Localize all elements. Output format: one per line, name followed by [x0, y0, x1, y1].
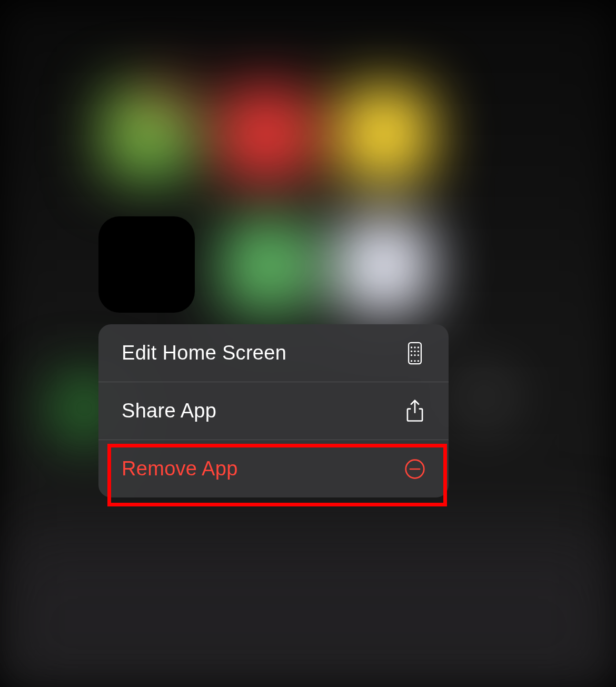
menu-item-label: Remove App: [122, 457, 238, 480]
menu-item-label: Edit Home Screen: [122, 342, 286, 364]
svg-point-8: [414, 354, 415, 356]
svg-point-10: [411, 360, 412, 362]
minus-circle-icon: [404, 459, 425, 480]
svg-point-6: [418, 350, 419, 352]
svg-point-9: [418, 354, 419, 356]
svg-point-5: [414, 350, 415, 352]
svg-point-2: [414, 346, 415, 348]
svg-point-12: [418, 360, 419, 362]
edit-home-screen-item[interactable]: Edit Home Screen: [98, 324, 449, 382]
phone-grid-icon: [404, 343, 425, 364]
share-app-item[interactable]: Share App: [98, 382, 449, 440]
share-icon: [404, 401, 425, 422]
app-context-menu: Edit Home Screen Share App: [98, 324, 449, 497]
svg-point-7: [411, 354, 412, 356]
svg-point-11: [414, 360, 415, 362]
svg-point-3: [418, 346, 419, 348]
menu-item-label: Share App: [122, 400, 216, 422]
selected-app-icon[interactable]: [98, 216, 195, 313]
remove-app-item[interactable]: Remove App: [98, 440, 449, 497]
svg-point-4: [411, 350, 412, 352]
svg-point-1: [411, 346, 412, 348]
